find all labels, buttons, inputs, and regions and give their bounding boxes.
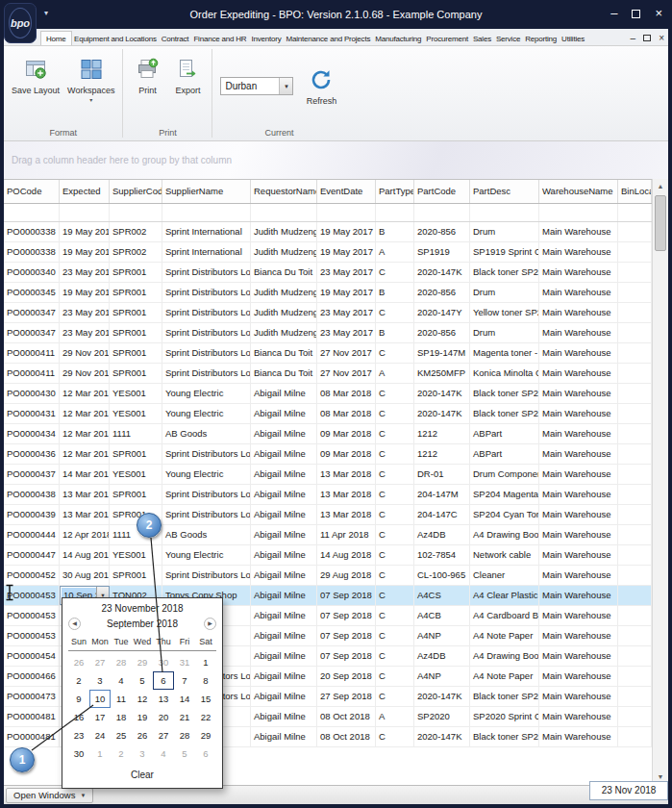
grid-cell[interactable]: SP1919 Sprint Colour ... xyxy=(470,242,539,262)
grid-cell[interactable]: AB Goods xyxy=(162,424,251,443)
grid-cell[interactable]: 23 May 2017 xyxy=(60,303,110,322)
grid-cell[interactable]: SPR001 xyxy=(110,323,162,342)
grid-cell[interactable]: Black toner SP2020 xyxy=(470,687,539,706)
grid-cell[interactable]: 13 Mar 2018 xyxy=(60,505,110,524)
grid-cell[interactable]: A4CS xyxy=(414,586,470,605)
calendar-date[interactable]: 9 xyxy=(68,690,89,708)
calendar-prev-month-button[interactable]: ◀ xyxy=(68,618,81,630)
mdi-restore-button[interactable] xyxy=(643,35,651,41)
grid-cell[interactable]: Young Electric xyxy=(162,465,251,484)
grid-cell[interactable] xyxy=(618,586,652,605)
grid-cell[interactable]: 2020-147K xyxy=(414,727,470,746)
filter-cell[interactable] xyxy=(251,204,317,221)
grid-cell[interactable]: Main Warehouse xyxy=(539,566,618,585)
grid-cell[interactable] xyxy=(618,606,652,625)
grid-cell[interactable] xyxy=(618,222,652,241)
calendar-date[interactable]: 5 xyxy=(174,745,195,763)
grid-cell[interactable]: Main Warehouse xyxy=(539,727,618,746)
grid-cell[interactable]: PO0000453 xyxy=(4,626,60,645)
mdi-minimize-button[interactable]: – xyxy=(631,33,636,43)
site-combo[interactable]: Durban ▼ xyxy=(220,77,293,95)
grid-cell[interactable]: Main Warehouse xyxy=(539,263,618,282)
calendar-date[interactable]: 15 xyxy=(195,690,216,708)
grid-cell[interactable]: PO0000452 xyxy=(4,566,60,585)
calendar-clear-button[interactable]: Clear xyxy=(62,763,222,784)
chevron-down-icon[interactable]: ▼ xyxy=(279,78,292,94)
table-row[interactable]: PO000043714 Mar 2018YES001Young Electric… xyxy=(4,465,652,485)
grid-cell[interactable]: Main Warehouse xyxy=(539,667,618,686)
calendar-date[interactable]: 28 xyxy=(111,653,132,671)
grid-cell[interactable]: 08 Mar 2018 xyxy=(317,404,376,423)
grid-cell[interactable]: C xyxy=(376,545,414,565)
grid-cell[interactable]: SPR001 xyxy=(110,283,162,302)
grid-cell[interactable]: Sprint Distributors Local xyxy=(162,283,251,302)
grid-cell[interactable]: Main Warehouse xyxy=(539,242,618,262)
grid-cell[interactable]: 13 Mar 2018 xyxy=(317,505,376,524)
grid-cell[interactable]: Main Warehouse xyxy=(539,323,618,342)
calendar-date[interactable]: 12 xyxy=(132,690,153,708)
grid-cell[interactable]: 19 May 2017 xyxy=(317,242,376,262)
group-by-panel[interactable]: Drag a column header here to group by th… xyxy=(4,141,668,179)
grid-cell[interactable]: Main Warehouse xyxy=(539,485,618,504)
grid-cell[interactable]: Abigail Milne xyxy=(251,646,317,666)
grid-cell[interactable]: Young Electric xyxy=(162,545,251,565)
grid-cell[interactable] xyxy=(618,707,652,726)
maximize-button[interactable] xyxy=(632,7,640,20)
calendar-date[interactable]: 11 xyxy=(111,690,132,708)
grid-cell[interactable]: C xyxy=(376,586,414,605)
grid-cell[interactable]: A xyxy=(376,707,414,726)
table-row[interactable]: PO000034519 May 2017SPR001Sprint Distrib… xyxy=(4,283,652,303)
table-row[interactable]: PO000034023 May 2017SPR001Sprint Distrib… xyxy=(4,263,652,283)
grid-cell[interactable]: KM250MFP xyxy=(414,364,470,383)
grid-cell[interactable]: 08 Oct 2018 xyxy=(317,707,376,726)
calendar-date[interactable]: 30 xyxy=(68,745,89,763)
grid-cell[interactable]: 2020-856 xyxy=(414,283,470,302)
grid-cell[interactable]: PO0000439 xyxy=(4,505,60,524)
grid-cell[interactable]: 23 May 2017 xyxy=(60,263,110,282)
grid-cell[interactable]: Bianca Du Toit xyxy=(251,343,317,363)
grid-cell[interactable]: 29 Nov 2017 xyxy=(60,343,110,363)
grid-cell[interactable]: Black toner SP2020 xyxy=(470,404,539,423)
grid-cell[interactable]: 27 Sep 2018 xyxy=(317,687,376,706)
grid-cell[interactable]: A4 Clear Plastic Cover xyxy=(470,586,539,605)
grid-cell[interactable]: Main Warehouse xyxy=(539,343,618,363)
grid-cell[interactable]: A xyxy=(376,364,414,383)
grid-cell[interactable] xyxy=(618,525,652,544)
grid-cell[interactable]: Main Warehouse xyxy=(539,465,618,484)
grid-cell[interactable]: PO0000411 xyxy=(4,364,60,383)
grid-cell[interactable]: 08 Oct 2018 xyxy=(317,727,376,746)
grid-cell[interactable]: Main Warehouse xyxy=(539,384,618,403)
grid-cell[interactable]: C xyxy=(376,727,414,746)
grid-cell[interactable]: PO0000437 xyxy=(4,465,60,484)
table-row[interactable]: PO000045230 Aug 2018SPR001Sprint Distrib… xyxy=(4,566,652,586)
grid-cell[interactable]: 1111 xyxy=(110,424,162,443)
grid-cell[interactable]: Bianca Du Toit xyxy=(251,263,317,282)
grid-cell[interactable]: 13 Mar 2018 xyxy=(317,465,376,484)
filter-cell[interactable] xyxy=(618,204,652,221)
tab-inventory[interactable]: Inventory xyxy=(249,32,284,45)
grid-cell[interactable]: 29 Nov 2017 xyxy=(60,364,110,383)
column-header-pocode[interactable]: POCode xyxy=(4,180,60,203)
grid-cell[interactable]: 23 May 2017 xyxy=(60,323,110,342)
grid-cell[interactable]: SPR001 xyxy=(110,485,162,504)
grid-cell[interactable]: 09 Mar 2018 xyxy=(317,444,376,464)
calendar-date[interactable]: 24 xyxy=(89,726,111,745)
grid-cell[interactable]: 12 Apr 2018 xyxy=(60,525,110,544)
grid-cell[interactable]: 2020-147K xyxy=(414,404,470,423)
grid-cell[interactable]: PO0000338 xyxy=(4,222,60,241)
grid-cell[interactable]: C xyxy=(376,384,414,403)
calendar-date[interactable]: 3 xyxy=(132,745,153,763)
tab-finance-and-hr[interactable]: Finance and HR xyxy=(191,32,249,45)
grid-cell[interactable]: Judith Mudzengi xyxy=(251,242,317,262)
grid-cell[interactable]: SPR001 xyxy=(110,364,162,383)
column-header-eventdate[interactable]: EventDate xyxy=(317,180,376,203)
grid-cell[interactable] xyxy=(618,323,652,342)
grid-cell[interactable]: SPR002 xyxy=(110,222,162,241)
column-header-suppliercode[interactable]: SupplierCode xyxy=(110,180,162,203)
calendar-date[interactable]: 22 xyxy=(195,708,216,726)
grid-cell[interactable]: PO0000481 xyxy=(4,707,60,726)
grid-cell[interactable]: Main Warehouse xyxy=(539,364,618,383)
calendar-date[interactable]: 18 xyxy=(111,708,132,726)
grid-cell[interactable]: Judith Mudzengi xyxy=(251,283,317,302)
calendar-date[interactable]: 2 xyxy=(68,671,89,690)
